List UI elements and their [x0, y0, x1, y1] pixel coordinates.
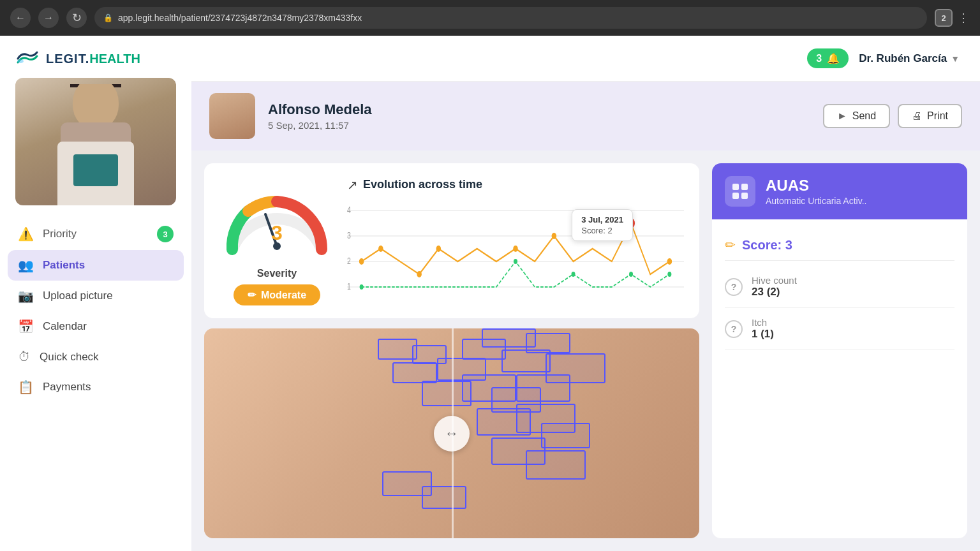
- patient-date: 5 Sep, 2021, 11:57: [268, 120, 810, 131]
- nav-items: ⚠️ Priority 3 👥 Patients 📷 Upload pictur…: [0, 218, 191, 402]
- svg-point-12: [359, 258, 364, 265]
- score-icon: ✏: [725, 237, 736, 253]
- sidebar-item-payments[interactable]: 📋 Payments: [8, 372, 184, 402]
- sidebar: LEGIT.HEALTH ⚠️ Priori: [0, 36, 191, 551]
- camera-icon: 📷: [18, 288, 34, 304]
- evolution-chart: ↗ Evolution across time 4 3: [347, 177, 684, 305]
- patient-header: Alfonso Medela 5 Sep, 2021, 11:57 ► Send…: [191, 82, 980, 151]
- auas-body: ✏ Score: 3 ? Hive count 23 (2) ?: [712, 219, 967, 360]
- itch-metric: ? Itch 1 (1): [725, 308, 954, 350]
- chart-title: Evolution across time: [363, 178, 482, 191]
- svg-rect-26: [741, 184, 748, 190]
- hive-count-help-button[interactable]: ?: [725, 278, 743, 296]
- payments-icon: 📋: [18, 379, 34, 395]
- sidebar-item-label-upload: Upload picture: [43, 290, 113, 302]
- bell-icon: 🔔: [827, 52, 840, 64]
- tab-count-badge[interactable]: 2: [935, 9, 953, 27]
- browser-actions: 2 ⋮: [935, 9, 970, 27]
- back-button[interactable]: ←: [10, 8, 31, 28]
- detection-box: [392, 362, 437, 383]
- patient-thumbnail: [209, 93, 255, 139]
- hive-count-info: Hive count 23 (2): [752, 275, 797, 298]
- svg-point-0: [17, 59, 24, 63]
- send-button[interactable]: ► Send: [823, 104, 890, 128]
- print-icon: 🖨: [912, 110, 922, 122]
- more-options-button[interactable]: ⋮: [958, 11, 970, 25]
- detection-box: [378, 339, 417, 360]
- app-container: LEGIT.HEALTH ⚠️ Priori: [0, 36, 980, 551]
- content-area: 3 Severity ✏ Moderate ↗ Evoluti: [191, 151, 980, 551]
- svg-point-15: [436, 246, 442, 252]
- itch-info: Itch 1 (1): [752, 317, 774, 341]
- auas-title-block: AUAS Automatic Urticaria Activ..: [766, 177, 866, 206]
- gauge-chart-section: 3 Severity ✏ Moderate ↗ Evoluti: [204, 163, 699, 318]
- hive-count-metric: ? Hive count 23 (2): [725, 266, 954, 308]
- main-content: 3 🔔 Dr. Rubén García ▼ Alfonso Medela 5 …: [191, 36, 980, 551]
- detection-box: [526, 333, 570, 354]
- patient-photo: [15, 78, 176, 205]
- right-panel: AUAS Automatic Urticaria Activ.. ✏ Score…: [712, 151, 980, 551]
- svg-point-23: [629, 272, 633, 277]
- svg-text:2: 2: [347, 256, 351, 266]
- chevron-down-icon: ▼: [951, 54, 960, 64]
- sidebar-item-label-payments: Payments: [43, 381, 91, 393]
- severity-badge[interactable]: ✏ Moderate: [234, 284, 320, 305]
- notification-button[interactable]: 3 🔔: [807, 48, 849, 68]
- top-bar: 3 🔔 Dr. Rubén García ▼: [191, 36, 980, 82]
- sidebar-item-calendar[interactable]: 📅 Calendar: [8, 311, 184, 342]
- detection-box: [541, 423, 591, 448]
- itch-help-button[interactable]: ?: [725, 320, 743, 338]
- sidebar-item-label-calendar: Calendar: [43, 320, 87, 333]
- url-text: app.legit.health/patient/2374723j4872n34…: [118, 13, 362, 23]
- hive-count-value: 23 (2): [752, 286, 797, 298]
- logo-icon: [15, 50, 40, 68]
- header-actions: ► Send 🖨 Print: [823, 104, 962, 128]
- warning-icon: ⚠️: [18, 226, 34, 242]
- user-menu[interactable]: Dr. Rubén García ▼: [859, 52, 960, 65]
- sidebar-item-label-quickcheck: Quick check: [40, 351, 99, 364]
- svg-point-13: [378, 246, 383, 252]
- reload-button[interactable]: ↻: [66, 8, 87, 28]
- logo-text: LEGIT.HEALTH: [46, 52, 140, 66]
- logo: LEGIT.HEALTH: [0, 36, 191, 78]
- print-button[interactable]: 🖨 Print: [898, 104, 962, 128]
- patients-icon: 👥: [18, 258, 34, 273]
- svg-point-22: [571, 272, 575, 277]
- image-slider-control[interactable]: ↔: [434, 416, 470, 452]
- patient-info: Alfonso Medela 5 Sep, 2021, 11:57: [268, 101, 810, 131]
- forward-button[interactable]: →: [38, 8, 59, 28]
- sidebar-item-patients[interactable]: 👥 Patients: [8, 250, 184, 281]
- quickcheck-icon: ⏱: [18, 349, 31, 364]
- sidebar-item-upload[interactable]: 📷 Upload picture: [8, 281, 184, 311]
- sidebar-item-label-patients: Patients: [43, 259, 85, 272]
- svg-point-14: [417, 271, 422, 277]
- sidebar-item-priority[interactable]: ⚠️ Priority 3: [8, 218, 184, 250]
- severity-label: Severity: [257, 268, 297, 279]
- svg-point-21: [514, 259, 517, 264]
- chart-title-row: ↗ Evolution across time: [347, 177, 684, 193]
- browser-chrome: ← → ↻ 🔒 app.legit.health/patient/2374723…: [0, 0, 980, 36]
- detection-box: [526, 450, 585, 480]
- auas-header: AUAS Automatic Urticaria Activ..: [712, 163, 967, 219]
- lock-icon: 🔒: [103, 13, 113, 22]
- chart-svg: 4 3 2 1: [347, 198, 684, 300]
- calendar-icon: 📅: [18, 319, 34, 334]
- svg-rect-27: [732, 193, 739, 199]
- left-panel: 3 Severity ✏ Moderate ↗ Evoluti: [191, 151, 712, 551]
- auas-title: AUAS: [766, 177, 866, 195]
- skin-image-panel: ↔: [204, 328, 699, 538]
- sidebar-item-quickcheck[interactable]: ⏱ Quick check: [8, 342, 184, 372]
- itch-value: 1 (1): [752, 328, 774, 341]
- moderate-icon: ✏: [248, 289, 256, 301]
- hive-count-label: Hive count: [752, 275, 797, 286]
- svg-point-19: [667, 258, 672, 265]
- svg-point-20: [360, 284, 364, 290]
- svg-text:3: 3: [347, 230, 351, 240]
- trend-icon: ↗: [347, 177, 358, 193]
- detection-box: [516, 374, 570, 402]
- svg-rect-25: [732, 184, 739, 190]
- url-bar[interactable]: 🔒 app.legit.health/patient/2374723j4872n…: [94, 7, 927, 29]
- send-icon: ►: [837, 110, 847, 122]
- auas-card: AUAS Automatic Urticaria Activ.. ✏ Score…: [712, 163, 967, 538]
- itch-label: Itch: [752, 317, 774, 328]
